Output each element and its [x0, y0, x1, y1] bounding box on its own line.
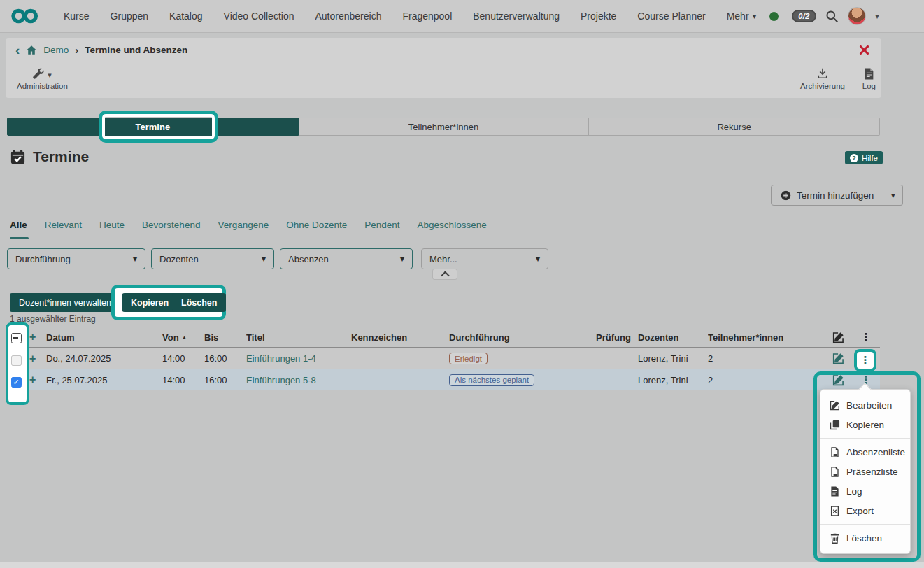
row1-von: 14:00 — [162, 353, 204, 364]
nav-item-gruppen[interactable]: Gruppen — [100, 10, 159, 22]
breadcrumb: Demo Termine und Absenzen — [6, 38, 881, 62]
row2-teilnehmer: 2 — [708, 375, 806, 385]
online-status-dot — [769, 12, 779, 21]
filter-dropdown-absenzen[interactable]: Absenzen — [280, 248, 413, 269]
spreadsheet-icon — [830, 506, 840, 516]
tab-termine[interactable]: Termine — [7, 118, 299, 136]
header-teilnehmer[interactable]: Teilnehmer*innen — [708, 332, 806, 343]
task-counter-badge[interactable]: 0/2 — [792, 10, 816, 22]
breadcrumb-current-page: Termine und Absenzen — [85, 45, 187, 55]
tab-teilnehmer[interactable]: Teilnehmer*innen — [299, 118, 590, 136]
filter-tab-abgeschlossene[interactable]: Abgeschlossene — [418, 220, 487, 239]
header-pruefung[interactable]: Prüfung — [596, 332, 638, 343]
nav-item-course-planner[interactable]: Course Planner — [627, 10, 716, 22]
menu-item-loeschen[interactable]: Löschen — [820, 528, 910, 548]
nav-item-katalog[interactable]: Katalog — [159, 10, 213, 22]
row1-expand-icon[interactable] — [29, 353, 46, 365]
close-icon[interactable] — [858, 43, 870, 56]
header-edit-column-icon[interactable] — [824, 332, 852, 343]
filter-dropdown-mehr[interactable]: Mehr... — [421, 248, 548, 269]
back-chevron-icon[interactable] — [15, 43, 20, 57]
administration-label: Administration — [17, 82, 68, 90]
openolat-logo-icon[interactable] — [10, 8, 42, 24]
nav-item-autorenbereich[interactable]: Autorenbereich — [304, 10, 392, 22]
filter-tab-bevorstehend[interactable]: Bevorstehend — [142, 220, 200, 239]
filter-tab-ohne-dozente[interactable]: Ohne Dozente — [286, 220, 347, 239]
help-label: Hilfe — [862, 154, 878, 162]
course-segment-tabs: Termine Teilnehmer*innen Rekurse — [7, 118, 880, 136]
row1-title-link[interactable]: Einführungen 1-4 — [246, 353, 316, 364]
row2-bis: 16:00 — [204, 375, 246, 385]
home-icon[interactable] — [26, 45, 37, 55]
add-appointment-split-button: Termin hinzufügen — [771, 185, 903, 206]
row-context-menu: Bearbeiten Kopieren Absenzenliste Präsen… — [820, 389, 911, 554]
header-bis[interactable]: Bis — [204, 332, 246, 343]
row1-edit-icon[interactable] — [824, 353, 852, 364]
header-titel[interactable]: Titel — [246, 332, 351, 343]
table-row-1[interactable]: Do., 24.07.2025 14:00 16:00 Einführungen… — [7, 348, 880, 369]
nav-item-fragenpool[interactable]: Fragenpool — [392, 10, 462, 22]
menu-item-label: Export — [846, 506, 874, 516]
menu-item-praesenzliste[interactable]: Präsenzliste — [820, 462, 910, 481]
filter-tab-relevant[interactable]: Relevant — [45, 220, 82, 239]
nav-item-benutzerverwaltung[interactable]: Benutzerverwaltung — [462, 10, 570, 22]
table-row-2-selected[interactable]: Fr., 25.07.2025 14:00 16:00 Einführungen… — [7, 369, 880, 390]
header-kennzeichen[interactable]: Kennzeichen — [351, 332, 449, 343]
row1-actions-icon-highlighted[interactable] — [860, 354, 871, 367]
nav-item-kurse[interactable]: Kurse — [53, 10, 100, 22]
nav-item-video-collection[interactable]: Video Collection — [213, 10, 305, 22]
search-icon[interactable] — [825, 10, 839, 23]
edit-icon — [830, 400, 840, 411]
user-menu-chevron-icon[interactable] — [875, 11, 879, 21]
filter-tab-strip: Alle Relevant Heute Bevorstehend Vergang… — [10, 220, 880, 239]
page-heading: Termine — [10, 148, 89, 165]
manage-lecturers-button[interactable]: Dozent*innen verwalten — [10, 293, 120, 312]
row2-expand-icon[interactable] — [29, 374, 46, 386]
archive-tool[interactable]: Archivierung — [800, 68, 845, 90]
administration-tool[interactable]: Administration — [17, 68, 68, 90]
row2-status-badge: Als nächstes geplant — [449, 374, 534, 386]
breadcrumb-course-link[interactable]: Demo — [43, 45, 69, 55]
expand-all-icon[interactable] — [29, 331, 46, 343]
filter-dropdown-row: Durchführung Dozenten Absenzen Mehr... — [7, 248, 548, 269]
add-appointment-button[interactable]: Termin hinzufügen — [771, 185, 883, 206]
filter-tab-pendent[interactable]: Pendent — [364, 220, 399, 239]
header-dozenten[interactable]: Dozenten — [638, 332, 708, 343]
filter-dropdown-durchfuehrung[interactable]: Durchführung — [7, 248, 145, 269]
help-badge[interactable]: Hilfe — [845, 151, 883, 164]
copy-button[interactable]: Kopieren — [122, 293, 178, 312]
header-row-actions-icon[interactable] — [852, 331, 880, 343]
menu-item-label: Log — [846, 486, 862, 497]
row1-datum: Do., 24.07.2025 — [46, 353, 162, 364]
filter-tab-heute[interactable]: Heute — [99, 220, 125, 239]
header-von-sorted[interactable]: Von — [162, 332, 204, 343]
filter-tab-vergangene[interactable]: Vergangene — [218, 220, 269, 239]
menu-item-label: Kopieren — [846, 420, 884, 430]
tab-rekurse[interactable]: Rekurse — [589, 118, 880, 136]
nav-item-projekte[interactable]: Projekte — [570, 10, 627, 22]
delete-button[interactable]: Löschen — [172, 293, 226, 312]
menu-item-kopieren[interactable]: Kopieren — [820, 415, 910, 434]
file-icon — [864, 68, 874, 80]
menu-item-bearbeiten[interactable]: Bearbeiten — [820, 395, 910, 415]
menu-item-absenzenliste[interactable]: Absenzenliste — [820, 442, 910, 462]
row2-edit-icon[interactable] — [824, 374, 852, 386]
chevron-down-icon — [400, 254, 404, 264]
menu-item-export[interactable]: Export — [820, 501, 910, 520]
add-appointment-label: Termin hinzufügen — [797, 190, 874, 201]
add-appointment-dropdown-toggle[interactable] — [883, 185, 903, 206]
trash-icon — [830, 533, 840, 544]
collapse-filters-button[interactable] — [432, 269, 457, 280]
log-tool[interactable]: Log — [862, 68, 876, 90]
user-avatar[interactable] — [848, 7, 866, 25]
menu-item-log[interactable]: Log — [820, 481, 910, 501]
menu-item-label: Präsenzliste — [846, 467, 898, 477]
header-durchfuehrung[interactable]: Durchführung — [449, 332, 596, 343]
wrench-icon — [33, 68, 45, 80]
header-datum[interactable]: Datum — [46, 332, 162, 343]
filter-dropdown-dozenten[interactable]: Dozenten — [151, 248, 274, 269]
row2-title-link[interactable]: Einführungen 5-8 — [246, 375, 316, 385]
menu-separator — [820, 524, 910, 525]
nav-item-mehr[interactable]: Mehr — [716, 10, 767, 22]
filter-tab-alle[interactable]: Alle — [10, 220, 27, 239]
